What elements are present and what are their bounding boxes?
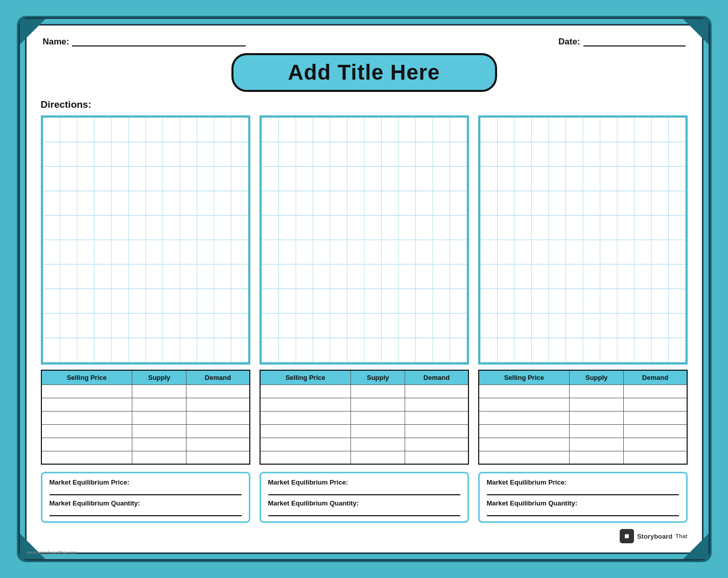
- header-row: Name: Date:: [41, 37, 688, 47]
- table2-col1-header: Selling Price: [260, 370, 351, 385]
- equil-panel-2: Market Equilibrium Price: Market Equilib…: [260, 472, 469, 523]
- equil-qty-line-3[interactable]: [487, 508, 679, 516]
- table-row: [260, 451, 468, 464]
- name-underline[interactable]: [72, 37, 246, 46]
- table-row: [41, 424, 250, 438]
- table-row: [479, 398, 687, 411]
- tables-row: Selling Price Supply Demand: [41, 370, 688, 465]
- equil-panel-3: Market Equilibrium Price: Market Equilib…: [478, 472, 688, 523]
- equil-qty-label-2: Market Equilibrium Quantity:: [268, 499, 460, 507]
- equil-qty-2: Market Equilibrium Quantity:: [268, 499, 460, 516]
- graph-panel-2: [260, 115, 469, 365]
- equil-panel-1: Market Equilibrium Price: Market Equilib…: [41, 472, 250, 523]
- outer-border: Name: Date: Add Title Here Directions:: [17, 16, 712, 562]
- title-container: Add Title Here: [41, 53, 688, 92]
- table-panel-3: Selling Price Supply Demand: [478, 370, 688, 465]
- table3-col1-header: Selling Price: [479, 370, 570, 385]
- table-row: [41, 411, 250, 424]
- table2-col2-header: Supply: [350, 370, 405, 385]
- equil-price-label-3: Market Equilibrium Price:: [487, 478, 679, 486]
- date-field: Date:: [558, 37, 686, 47]
- title-box[interactable]: Add Title Here: [231, 53, 497, 92]
- graph-panel-3: [478, 115, 688, 365]
- corner-decoration-tl: [20, 19, 45, 44]
- equil-price-2: Market Equilibrium Price:: [268, 478, 460, 495]
- data-table-2: Selling Price Supply Demand: [260, 370, 469, 465]
- table2-col3-header: Demand: [405, 370, 468, 385]
- title-text: Add Title Here: [288, 60, 440, 84]
- equil-qty-line-2[interactable]: [268, 508, 460, 516]
- table1-col2-header: Supply: [132, 370, 186, 385]
- corner-decoration-tr: [683, 19, 709, 44]
- equil-qty-line-1[interactable]: [50, 508, 242, 516]
- corner-decoration-bl: [20, 534, 45, 559]
- logo-icon: ■: [620, 529, 634, 543]
- equil-price-label-1: Market Equilibrium Price:: [50, 478, 242, 486]
- table-row: [260, 438, 468, 451]
- equil-price-label-2: Market Equilibrium Price:: [268, 478, 460, 486]
- table1-col1-header: Selling Price: [41, 370, 132, 385]
- equilibrium-row: Market Equilibrium Price: Market Equilib…: [41, 472, 688, 523]
- table-panel-2: Selling Price Supply Demand: [260, 370, 469, 465]
- storyboard-logo: ■ Storyboard That: [620, 529, 688, 543]
- corner-decoration-br: [683, 534, 709, 559]
- graph-panel-1: [41, 115, 250, 365]
- table-row: [41, 451, 250, 464]
- table-row: [479, 451, 687, 464]
- directions-label: Directions:: [41, 99, 688, 110]
- equil-price-line-2[interactable]: [268, 487, 460, 495]
- graph-grid-3: [480, 117, 686, 363]
- table1-col3-header: Demand: [186, 370, 250, 385]
- equil-price-1: Market Equilibrium Price:: [50, 478, 242, 495]
- date-underline[interactable]: [583, 37, 686, 46]
- equil-qty-3: Market Equilibrium Quantity:: [487, 499, 679, 516]
- table-row: [41, 398, 250, 411]
- graph-grid-2: [262, 117, 467, 363]
- logo-text: Storyboard: [637, 533, 672, 540]
- table-panel-1: Selling Price Supply Demand: [41, 370, 250, 465]
- table-row: [41, 384, 250, 398]
- table3-col2-header: Supply: [569, 370, 623, 385]
- table-row: [479, 411, 687, 424]
- table3-col3-header: Demand: [624, 370, 687, 385]
- footer-bar: ■ Storyboard That: [41, 529, 688, 543]
- table-row: [260, 384, 468, 398]
- graph-grid-1: [43, 117, 248, 363]
- equil-price-3: Market Equilibrium Price:: [487, 478, 679, 495]
- name-label: Name:: [43, 37, 69, 47]
- equil-qty-label-3: Market Equilibrium Quantity:: [487, 499, 679, 507]
- watermark: www.storyboardthat.com: [27, 550, 78, 555]
- table-row: [479, 424, 687, 438]
- data-table-1: Selling Price Supply Demand: [41, 370, 250, 465]
- table-row: [41, 438, 250, 451]
- table-row: [479, 384, 687, 398]
- table-row: [260, 411, 468, 424]
- inner-page: Name: Date: Add Title Here Directions:: [25, 24, 703, 554]
- equil-qty-1: Market Equilibrium Quantity:: [50, 499, 242, 516]
- equil-price-line-3[interactable]: [487, 487, 679, 495]
- table-row: [260, 398, 468, 411]
- table-row: [479, 438, 687, 451]
- table-row: [260, 424, 468, 438]
- data-table-3: Selling Price Supply Demand: [478, 370, 688, 465]
- grids-row: [41, 115, 688, 365]
- name-field: Name:: [43, 37, 246, 47]
- equil-qty-label-1: Market Equilibrium Quantity:: [50, 499, 242, 507]
- equil-price-line-1[interactable]: [50, 487, 242, 495]
- date-label: Date:: [558, 37, 580, 47]
